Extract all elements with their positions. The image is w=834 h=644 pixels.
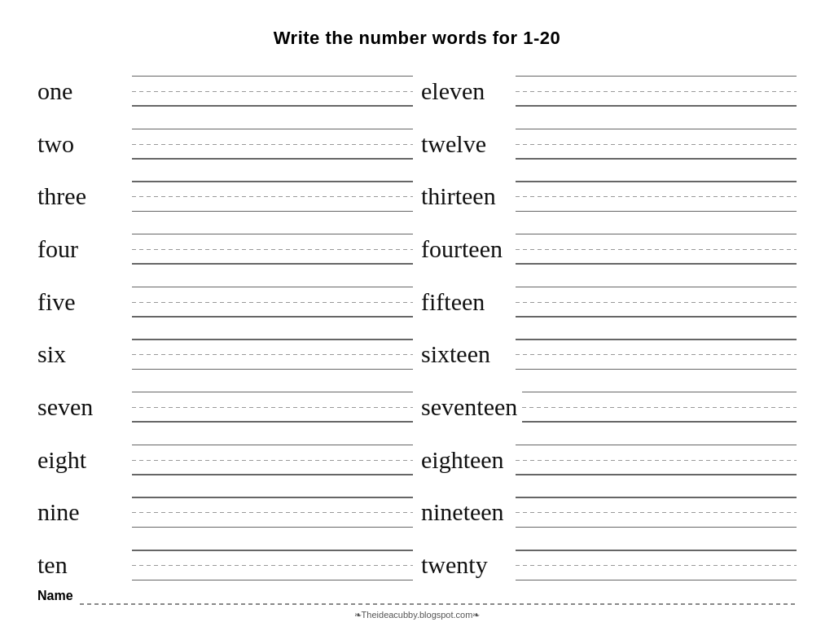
ruled-lines[interactable] <box>132 445 413 475</box>
mid-dashed-line <box>132 407 413 408</box>
ruled-lines[interactable] <box>516 181 797 212</box>
word-row: four <box>37 217 413 265</box>
writing-lines-area[interactable] <box>132 497 413 528</box>
mid-dashed-line <box>516 144 797 145</box>
writing-lines-area[interactable] <box>516 76 797 107</box>
writing-lines-area[interactable] <box>516 181 797 212</box>
mid-dashed-line <box>522 407 797 408</box>
writing-lines-area[interactable] <box>516 287 797 318</box>
word-label: nineteen <box>421 500 511 528</box>
word-label: four <box>37 237 127 265</box>
word-row: six <box>37 322 413 370</box>
word-row: fourteen <box>421 217 797 265</box>
ruled-lines[interactable] <box>516 76 797 107</box>
mid-dashed-line <box>516 302 797 303</box>
word-label: eight <box>37 448 127 475</box>
writing-lines-area[interactable] <box>516 339 797 370</box>
ruled-lines[interactable] <box>516 445 797 475</box>
ruled-lines[interactable] <box>132 234 413 265</box>
ruled-lines[interactable] <box>132 129 413 160</box>
footer: Name ❧Theideacubby.blogspot.com❧ <box>37 589 797 620</box>
right-column: eleventwelvethirteenfourteenfifteensixte… <box>421 57 797 584</box>
mid-dashed-line <box>516 354 797 355</box>
ruled-lines[interactable] <box>516 287 797 318</box>
writing-lines-area[interactable] <box>132 339 413 370</box>
writing-lines-area[interactable] <box>132 445 413 475</box>
word-label: fifteen <box>421 290 511 318</box>
ruled-lines[interactable] <box>516 339 797 370</box>
writing-lines-area[interactable] <box>132 392 413 423</box>
ruled-lines[interactable] <box>516 129 797 160</box>
ruled-lines[interactable] <box>516 550 797 580</box>
word-label: one <box>37 79 127 107</box>
website-text: ❧Theideacubby.blogspot.com❧ <box>354 610 481 620</box>
word-label: twelve <box>421 132 511 160</box>
word-columns: onetwothreefourfivesixseveneightnineten … <box>37 57 797 584</box>
mid-dashed-line <box>132 144 413 145</box>
worksheet-page: Write the number words for 1-20 onetwoth… <box>18 13 816 632</box>
name-label: Name <box>37 589 73 605</box>
word-label: three <box>37 184 127 212</box>
word-row: nineteen <box>421 480 797 528</box>
writing-lines-area[interactable] <box>132 76 413 107</box>
writing-lines-area[interactable] <box>522 392 797 423</box>
ruled-lines[interactable] <box>132 497 413 528</box>
ruled-lines[interactable] <box>132 392 413 423</box>
writing-lines-area[interactable] <box>132 181 413 212</box>
writing-lines-area[interactable] <box>516 445 797 475</box>
writing-lines-area[interactable] <box>516 497 797 528</box>
word-label: two <box>37 132 127 160</box>
word-label: thirteen <box>421 184 511 212</box>
word-row: sixteen <box>421 322 797 370</box>
word-row: nine <box>37 480 413 528</box>
mid-dashed-line <box>516 460 797 461</box>
word-label: ten <box>37 553 127 580</box>
mid-dashed-line <box>132 196 413 197</box>
writing-lines-area[interactable] <box>132 129 413 160</box>
ruled-lines[interactable] <box>516 497 797 528</box>
writing-lines-area[interactable] <box>132 287 413 318</box>
ruled-lines[interactable] <box>132 339 413 370</box>
writing-lines-area[interactable] <box>516 550 797 580</box>
word-row: one <box>37 59 413 107</box>
word-label: five <box>37 290 127 318</box>
ruled-lines[interactable] <box>516 234 797 265</box>
word-row: seventeen <box>421 375 797 423</box>
left-column: onetwothreefourfivesixseveneightnineten <box>37 57 413 584</box>
word-row: eleven <box>421 59 797 107</box>
ruled-lines[interactable] <box>132 76 413 107</box>
word-label: fourteen <box>421 237 511 265</box>
word-row: thirteen <box>421 164 797 212</box>
word-label: seven <box>37 395 127 423</box>
mid-dashed-line <box>132 354 413 355</box>
ruled-lines[interactable] <box>132 287 413 318</box>
word-row: three <box>37 164 413 212</box>
word-row: seven <box>37 375 413 423</box>
mid-dashed-line <box>516 91 797 92</box>
word-row: eight <box>37 428 413 475</box>
word-row: twenty <box>421 533 797 580</box>
name-line[interactable] <box>80 603 797 605</box>
mid-dashed-line <box>132 249 413 250</box>
name-row: Name <box>37 589 797 605</box>
word-row: five <box>37 270 413 318</box>
mid-dashed-line <box>132 460 413 461</box>
mid-dashed-line <box>132 302 413 303</box>
mid-dashed-line <box>132 512 413 513</box>
mid-dashed-line <box>516 196 797 197</box>
word-row: fifteen <box>421 270 797 318</box>
writing-lines-area[interactable] <box>132 550 413 580</box>
word-row: two <box>37 112 413 160</box>
writing-lines-area[interactable] <box>132 234 413 265</box>
worksheet-title: Write the number words for 1-20 <box>37 28 797 49</box>
word-label: eighteen <box>421 448 511 475</box>
ruled-lines[interactable] <box>132 550 413 580</box>
word-row: eighteen <box>421 428 797 475</box>
writing-lines-area[interactable] <box>516 129 797 160</box>
word-label: sixteen <box>421 342 511 370</box>
ruled-lines[interactable] <box>522 392 797 423</box>
mid-dashed-line <box>516 512 797 513</box>
ruled-lines[interactable] <box>132 181 413 212</box>
mid-dashed-line <box>132 91 413 92</box>
writing-lines-area[interactable] <box>516 234 797 265</box>
